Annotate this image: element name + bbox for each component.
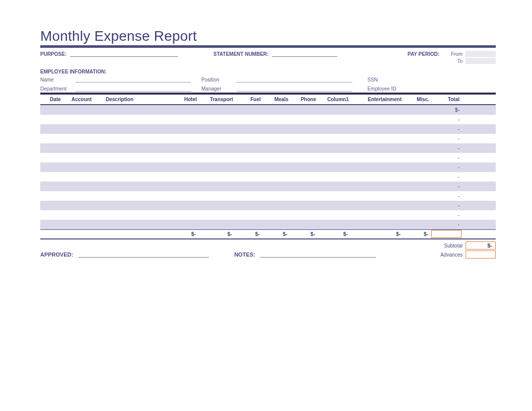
table-body: $- - - - - - - - - - - - -	[40, 105, 496, 229]
statement-number-label: STATEMENT NUMBER:	[213, 51, 269, 57]
row-total: -	[431, 165, 462, 170]
position-label: Position	[191, 77, 237, 83]
total-meals: $-	[263, 231, 290, 237]
statement-number-field[interactable]	[272, 51, 337, 57]
advances-label: Advances	[430, 252, 466, 258]
table-row[interactable]: -	[40, 191, 496, 201]
advances-row: APPROVED: NOTES: Advances	[40, 251, 496, 259]
row-total: -	[431, 155, 462, 160]
col-date: Date	[40, 97, 70, 102]
table-row[interactable]: -	[40, 201, 496, 210]
total-phone: $-	[290, 231, 318, 237]
page-title: Monthly Expense Report	[40, 28, 496, 44]
table-row[interactable]: $-	[40, 105, 496, 115]
grand-total-cell[interactable]	[431, 230, 462, 238]
table-row[interactable]: -	[40, 182, 496, 191]
header-meta-row: PURPOSE: STATEMENT NUMBER: PAY PERIOD: F…	[40, 51, 496, 64]
manager-label: Manager	[191, 86, 237, 92]
row-total: -	[431, 145, 462, 151]
table-row[interactable]: -	[40, 134, 496, 143]
col-column1: Column1	[318, 97, 351, 102]
purpose-field[interactable]	[70, 51, 178, 57]
table-row[interactable]: -	[40, 143, 496, 153]
row-total: -	[431, 212, 462, 218]
column-totals-row: $- $- $- $- $- $- $- $-	[40, 229, 496, 239]
total-hotel: $-	[171, 231, 199, 237]
col-phone: Phone	[290, 97, 318, 102]
expense-table: Date Account Description Hotel Transport…	[40, 93, 496, 239]
col-description: Description	[106, 97, 171, 102]
row-total: -	[431, 203, 462, 208]
total-fuel: $-	[235, 231, 263, 237]
notes-label: NOTES:	[234, 252, 255, 258]
row-total: -	[431, 174, 462, 180]
approved-label: APPROVED:	[40, 252, 73, 258]
total-transport: $-	[199, 231, 235, 237]
row-total: $-	[431, 107, 462, 113]
col-transport: Transport	[199, 97, 235, 102]
expense-report-page: Monthly Expense Report PURPOSE: STATEMEN…	[0, 0, 532, 279]
approved-field[interactable]	[78, 252, 209, 258]
row-total: -	[431, 184, 462, 189]
employee-info-grid: Name Position SSN Department Manager Emp…	[40, 76, 496, 92]
row-total: -	[431, 222, 462, 227]
col-fuel: Fuel	[235, 97, 263, 102]
to-field[interactable]	[466, 58, 496, 64]
advances-value[interactable]	[466, 251, 496, 259]
purpose-label: PURPOSE:	[40, 51, 66, 57]
col-total: Total	[431, 97, 462, 102]
employee-info-header: EMPLOYEE INFORMATION:	[40, 69, 496, 74]
name-label: Name	[40, 77, 75, 83]
department-label: Department	[40, 86, 75, 92]
table-row[interactable]: -	[40, 210, 496, 220]
row-total: -	[431, 117, 462, 122]
subtotal-value[interactable]: $-	[466, 241, 496, 250]
table-header-row: Date Account Description Hotel Transport…	[40, 95, 496, 105]
notes-field[interactable]	[260, 252, 376, 258]
col-meals: Meals	[263, 97, 290, 102]
from-field[interactable]	[466, 51, 496, 57]
table-row[interactable]: -	[40, 162, 496, 172]
table-row[interactable]: -	[40, 220, 496, 229]
position-field[interactable]	[237, 76, 352, 83]
col-account: Account	[70, 97, 106, 102]
name-field[interactable]	[75, 76, 191, 83]
table-row[interactable]: -	[40, 115, 496, 124]
total-misc: $-	[404, 231, 431, 237]
table-row[interactable]: -	[40, 153, 496, 162]
employee-id-label: Employee ID	[352, 86, 398, 92]
department-field[interactable]	[75, 86, 191, 92]
table-row[interactable]: -	[40, 172, 496, 182]
ssn-label: SSN	[352, 77, 398, 83]
row-total: -	[431, 193, 462, 199]
row-total: -	[431, 126, 462, 132]
total-entertainment: $-	[351, 231, 404, 237]
col-entertainment: Entertainment	[351, 97, 404, 102]
col-hotel: Hotel	[171, 97, 199, 102]
row-total: -	[431, 136, 462, 141]
table-row[interactable]: -	[40, 124, 496, 134]
from-label: From	[447, 51, 463, 57]
total-column1: $-	[318, 231, 351, 237]
pay-period-label: PAY PERIOD:	[408, 51, 439, 57]
subtotal-row: Subtotal $-	[40, 241, 496, 250]
to-label: To	[447, 58, 463, 64]
manager-field[interactable]	[237, 86, 352, 92]
col-misc: Misc.	[404, 97, 431, 102]
title-rule	[40, 45, 496, 48]
subtotal-label: Subtotal	[430, 243, 466, 249]
